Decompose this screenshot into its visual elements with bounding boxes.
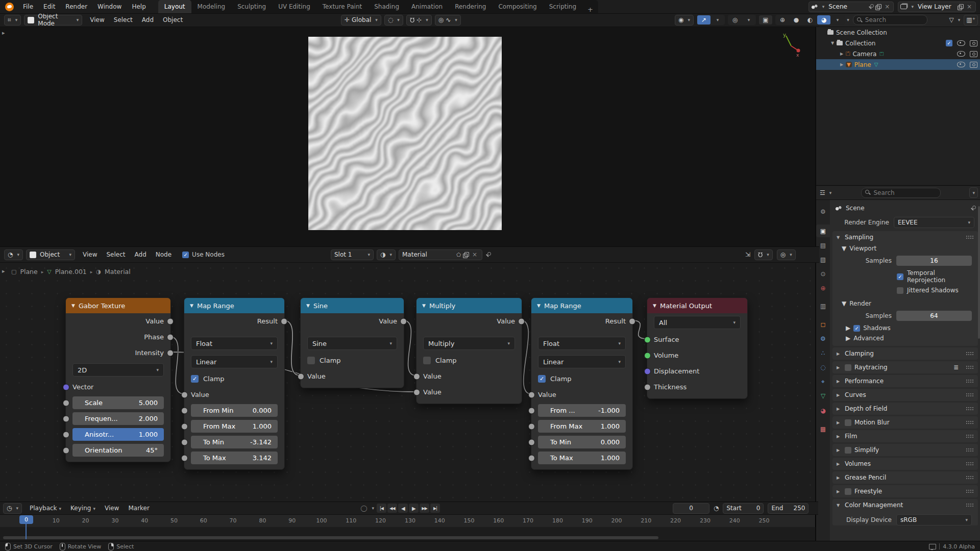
- node-link-multiply.Value-to-maprange2.Value[interactable]: [521, 320, 531, 394]
- node-header[interactable]: ▼Sine: [301, 298, 404, 313]
- sampling-panel-header[interactable]: ▼ Sampling: [832, 231, 978, 243]
- drag-handle-icon[interactable]: [966, 235, 974, 239]
- jump-end-button[interactable]: ▶|: [430, 504, 440, 513]
- display-device-dropdown[interactable]: sRGB▾: [896, 514, 972, 525]
- workspace-tab-modeling[interactable]: Modeling: [191, 0, 232, 13]
- node-sine[interactable]: ▼SineValueSine▾ClampValue: [300, 297, 404, 388]
- prev-keyframe-button[interactable]: ◀◀: [387, 504, 397, 513]
- outliner-row-camera[interactable]: ▶⏍Camera⏍: [816, 48, 980, 59]
- scene-selector[interactable]: ▾ Scene ×: [808, 2, 894, 12]
- viewport-subpanel-header[interactable]: ▼ Viewport: [832, 243, 978, 254]
- input-socket-value[interactable]: [413, 373, 420, 380]
- input-socket-displacement[interactable]: [644, 368, 651, 374]
- drag-handle-icon[interactable]: [966, 420, 974, 424]
- view-layer-name[interactable]: View Layer: [916, 3, 955, 10]
- node-output[interactable]: ▼Material OutputAll▾SurfaceVolumeDisplac…: [647, 297, 748, 399]
- hide-viewport-eye-icon[interactable]: [957, 40, 965, 46]
- panel-header[interactable]: ▶Motion Blur: [832, 416, 978, 429]
- timeline-track-area[interactable]: [0, 527, 816, 541]
- output-socket-phase[interactable]: [167, 334, 174, 340]
- viewport-3d[interactable]: ▸ y x: [0, 27, 816, 246]
- timeline-menu-view[interactable]: View: [100, 505, 124, 512]
- workspace-tab-shading[interactable]: Shading: [368, 0, 405, 13]
- properties-tab-object[interactable]: ◻: [816, 318, 830, 331]
- drag-handle-icon[interactable]: [966, 448, 974, 452]
- value-slider[interactable]: Orientation45°: [72, 444, 164, 457]
- panel-header[interactable]: ▶Clamping: [832, 347, 978, 360]
- output-socket-value[interactable]: [400, 318, 407, 324]
- toolbar-expand-icon[interactable]: ▸: [2, 30, 5, 36]
- drag-handle-icon[interactable]: [966, 462, 974, 466]
- menu-file[interactable]: File: [18, 0, 38, 13]
- render-engine-dropdown[interactable]: EEVEE▾: [894, 217, 974, 228]
- node-link-maprange1.Result-to-sine.Value[interactable]: [284, 320, 300, 375]
- node-header[interactable]: ▼Multiply: [416, 298, 522, 313]
- input-socket-value[interactable]: [298, 373, 304, 380]
- filter-button[interactable]: ▽▾: [948, 15, 962, 25]
- editor-type-button[interactable]: ◷▾: [3, 503, 22, 514]
- input-socket-vector[interactable]: [63, 384, 69, 390]
- drag-handle-icon[interactable]: [966, 379, 974, 383]
- input-socket-value[interactable]: [181, 391, 188, 398]
- timeline-menu-marker[interactable]: Marker: [124, 505, 154, 512]
- panel-checkbox[interactable]: [845, 447, 851, 454]
- input-socket-frommin[interactable]: [181, 407, 188, 414]
- next-keyframe-button[interactable]: ▶▶: [420, 504, 429, 513]
- node-dropdown[interactable]: Float▾: [191, 337, 278, 350]
- shadows-subpanel-header[interactable]: ▶ Shadows: [832, 323, 978, 333]
- add-workspace-button[interactable]: +: [582, 6, 598, 13]
- timeline-scrollbar[interactable]: [0, 536, 815, 540]
- node-dropdown[interactable]: Float▾: [538, 337, 626, 350]
- shading-dropdown[interactable]: ▾: [831, 15, 844, 24]
- pin-icon[interactable]: [970, 206, 975, 211]
- node-menu-select[interactable]: Select: [102, 251, 130, 258]
- collapse-icon[interactable]: ▼: [71, 303, 75, 308]
- node-dropdown[interactable]: Multiply▾: [423, 337, 515, 350]
- collapse-icon[interactable]: ▼: [537, 303, 541, 308]
- node-dropdown[interactable]: Sine▾: [307, 337, 397, 350]
- include-checkbox[interactable]: [946, 40, 952, 46]
- node-menu-view[interactable]: View: [78, 251, 102, 258]
- drag-handle-icon[interactable]: [966, 489, 974, 493]
- checkbox-row[interactable]: Clamp: [301, 353, 404, 368]
- properties-tab-modifiers[interactable]: ⚙: [816, 332, 830, 345]
- drag-handle-icon[interactable]: [966, 365, 974, 369]
- collapse-icon[interactable]: ▼: [828, 41, 837, 45]
- shader-type-selector[interactable]: Object▾: [26, 249, 75, 260]
- properties-options-button[interactable]: ▾: [969, 187, 978, 198]
- workspace-tab-uv-editing[interactable]: UV Editing: [272, 0, 316, 13]
- unlink-material-icon[interactable]: ×: [471, 251, 479, 258]
- gizmo-dropdown[interactable]: ▾: [711, 15, 724, 24]
- panel-checkbox[interactable]: [845, 488, 851, 495]
- stopwatch-icon[interactable]: ◔: [714, 505, 719, 512]
- mode-selector[interactable]: Object Mode▾: [24, 15, 82, 26]
- input-socket-value[interactable]: [413, 389, 420, 395]
- outliner-row-scene-collection[interactable]: Scene Collection: [816, 27, 980, 38]
- zoom-region-icon[interactable]: ⇲: [745, 251, 750, 258]
- panel-header[interactable]: ▶Performance: [832, 375, 978, 387]
- panel-header[interactable]: ▶Raytracing≣: [832, 361, 978, 373]
- blender-logo-icon[interactable]: [5, 3, 14, 11]
- value-slider[interactable]: To Min-3.142: [191, 436, 278, 448]
- xray-toggle[interactable]: ▣: [759, 15, 772, 24]
- properties-tab-texture[interactable]: ▩: [816, 422, 830, 435]
- node-header[interactable]: ▼Map Range: [184, 298, 284, 313]
- input-socket-thickness[interactable]: [644, 384, 651, 390]
- shading-material-button[interactable]: ◐: [803, 15, 817, 24]
- panel-checkbox[interactable]: [845, 364, 851, 371]
- timeline-menu-keying[interactable]: Keying▾: [66, 505, 100, 512]
- navigation-gizmo[interactable]: y x: [778, 32, 801, 57]
- drag-handle-icon[interactable]: [966, 503, 974, 507]
- node-editor-canvas[interactable]: ▸ ▢ Plane ▸ ▽ Plane.001 ▸ ◑ Material ▼Ga…: [0, 262, 816, 502]
- menu-window[interactable]: Window: [92, 0, 127, 13]
- viewport-menu-select[interactable]: Select: [109, 16, 137, 23]
- checkbox-row[interactable]: Clamp: [531, 371, 632, 387]
- workspace-tab-rendering[interactable]: Rendering: [449, 0, 492, 13]
- selectability-visibility-dropdown[interactable]: ◉▾: [675, 15, 694, 26]
- collapse-icon[interactable]: ▼: [306, 303, 310, 308]
- outliner-row-plane[interactable]: ▶▼Plane▽: [816, 59, 980, 70]
- properties-search-input[interactable]: Search: [861, 188, 941, 198]
- start-frame-field[interactable]: Start0: [723, 503, 764, 514]
- drag-handle-icon[interactable]: [966, 407, 974, 411]
- play-button[interactable]: ▶: [409, 504, 419, 513]
